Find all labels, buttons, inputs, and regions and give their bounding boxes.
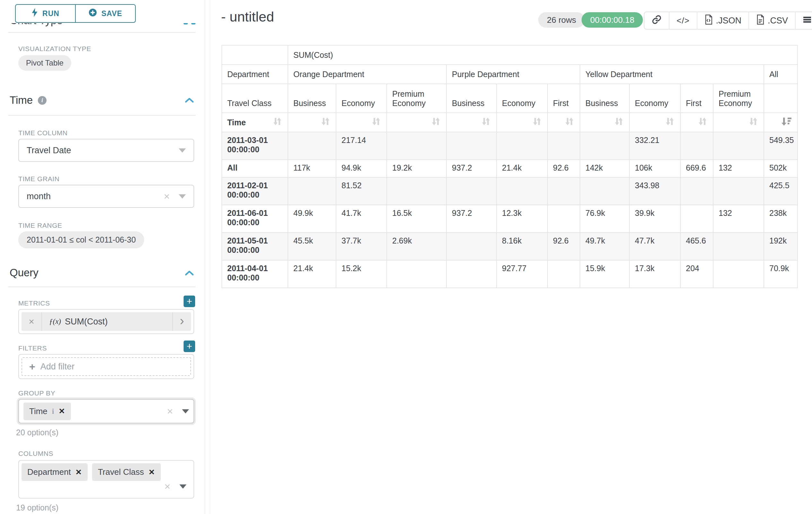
sort-icon[interactable] [697, 119, 708, 128]
remove-tag-icon[interactable]: ✕ [76, 468, 82, 477]
info-icon[interactable]: i [38, 96, 47, 105]
pivot-cell: 669.6 [680, 160, 713, 177]
metric-pill[interactable]: × ƒ(x) SUM(Cost) › [22, 312, 191, 331]
query-heading-label: Query [10, 267, 38, 279]
pivot-row-label: 2011-04-01 00:00:00 [222, 260, 288, 288]
export-csv-button[interactable]: .CSV [749, 12, 795, 29]
explore-view: Chart Type RUN SAVE VISUALIZATION TYPE P… [0, 0, 812, 514]
time-range-pill[interactable]: 2011-01-01 ≤ col < 2011-06-30 [18, 231, 144, 248]
select-value-tag[interactable]: Time i ✕ [23, 403, 71, 420]
chart-title[interactable]: - untitled [221, 9, 274, 25]
share-link-button[interactable] [644, 12, 669, 29]
pivot-col-group-header: Orange Department [288, 64, 446, 84]
pivot-cell: 217.14 [336, 132, 387, 160]
clear-icon[interactable]: × [164, 191, 170, 201]
add-filter-button[interactable]: + [183, 341, 195, 352]
sort-icon[interactable] [481, 119, 491, 128]
sort-icon[interactable] [431, 119, 441, 128]
sort-icon[interactable] [748, 119, 758, 128]
menu-button[interactable] [795, 12, 812, 29]
pivot-cell [548, 177, 580, 205]
clear-icon[interactable]: × [167, 406, 173, 416]
pivot-cell: 937.2 [446, 160, 496, 177]
remove-metric-icon[interactable]: × [22, 312, 42, 331]
pivot-row: All117k94.9k19.2k937.221.4k92.6142k106k6… [222, 160, 798, 177]
pivot-cell [387, 177, 446, 205]
csv-file-icon [756, 15, 764, 27]
pivot-cell: 45.5k [288, 233, 336, 260]
pivot-sort-header [496, 113, 548, 132]
time-grain-select[interactable]: month × [18, 185, 194, 208]
pivot-cell: 37.7k [336, 233, 387, 260]
pivot-sort-header [336, 113, 387, 132]
pivot-cell: 343.98 [629, 177, 680, 205]
time-range-label: TIME RANGE [18, 222, 62, 229]
pivot-cell [387, 132, 446, 160]
pivot-cell: 2.69k [387, 233, 446, 260]
pivot-cell [680, 177, 713, 205]
pivot-col-header: Premium Economy [713, 84, 764, 113]
run-save-button-group: RUN SAVE [15, 4, 136, 23]
pivot-col-header [764, 84, 798, 113]
pivot-cell [288, 132, 336, 160]
columns-select[interactable]: Department ✕Travel Class ✕ × [18, 460, 194, 498]
chevron-up-icon[interactable] [184, 270, 195, 277]
pivot-corner-cell [222, 45, 288, 64]
pivot-col-header: First [680, 84, 713, 113]
sort-descending-icon[interactable] [781, 119, 792, 128]
caret-down-icon[interactable] [182, 409, 189, 413]
chevron-up-icon[interactable] [184, 97, 195, 105]
pivot-col-group-header: All [764, 64, 798, 84]
clear-icon[interactable]: × [164, 481, 170, 491]
pivot-sort-header [713, 113, 764, 132]
save-button[interactable]: SAVE [75, 5, 135, 22]
run-button[interactable]: RUN [16, 5, 75, 22]
pivot-cell: 937.2 [446, 205, 496, 233]
select-value-tag[interactable]: Travel Class ✕ [92, 463, 161, 481]
pivot-cell: 49.7k [580, 233, 629, 260]
pivot-cell: 21.4k [288, 260, 336, 288]
pivot-cell: 502k [764, 160, 798, 177]
export-json-button[interactable]: .JSON [697, 12, 749, 29]
pivot-row: 2011-06-01 00:00:0049.9k41.7k16.5k937.21… [222, 205, 798, 233]
sort-icon[interactable] [371, 119, 381, 128]
pivot-cell: 132 [713, 205, 764, 233]
view-query-button[interactable]: </> [669, 12, 697, 29]
plus-circle-icon [89, 8, 97, 19]
pivot-cell: 15.9k [580, 260, 629, 288]
pivot-sort-header [288, 113, 336, 132]
remove-tag-icon[interactable]: ✕ [148, 468, 155, 477]
save-button-label: SAVE [102, 9, 122, 18]
pivot-cell [387, 260, 446, 288]
json-button-label: .JSON [716, 16, 742, 26]
pivot-sort-header [446, 113, 496, 132]
pivot-row-label: 2011-03-01 00:00:00 [222, 132, 288, 160]
code-icon: </> [676, 16, 690, 26]
group-by-hint: 20 option(s) [16, 428, 58, 437]
add-filter-label: Add filter [40, 362, 75, 372]
sort-icon[interactable] [665, 119, 675, 128]
pivot-sort-header [580, 113, 629, 132]
group-by-label: GROUP BY [18, 389, 55, 397]
pivot-cell [548, 132, 580, 160]
remove-tag-icon[interactable]: ✕ [58, 407, 65, 416]
visualization-type-pill[interactable]: Pivot Table [18, 55, 71, 71]
sort-icon[interactable] [320, 119, 330, 128]
sort-icon[interactable] [614, 119, 624, 128]
time-column-value: Travel Date [27, 145, 71, 156]
add-metric-button[interactable]: + [183, 296, 195, 307]
add-filter-dropzone[interactable]: + Add filter [22, 357, 191, 376]
caret-down-icon[interactable] [179, 484, 186, 489]
pivot-sort-header: Time [222, 113, 288, 132]
pivot-cell: 41.7k [336, 205, 387, 233]
group-by-select[interactable]: Time i ✕ × [18, 399, 194, 424]
pivot-col-group-header: Yellow Department [580, 64, 764, 84]
sort-icon[interactable] [532, 119, 542, 128]
filters-box: + Add filter [18, 354, 194, 379]
query-timer-badge: 00:00:00.18 [582, 12, 643, 28]
select-value-tag[interactable]: Department ✕ [22, 463, 88, 481]
sort-icon[interactable] [272, 116, 283, 129]
chevron-right-icon[interactable]: › [172, 312, 191, 331]
time-column-select[interactable]: Travel Date [18, 139, 194, 162]
sort-icon[interactable] [564, 119, 575, 128]
